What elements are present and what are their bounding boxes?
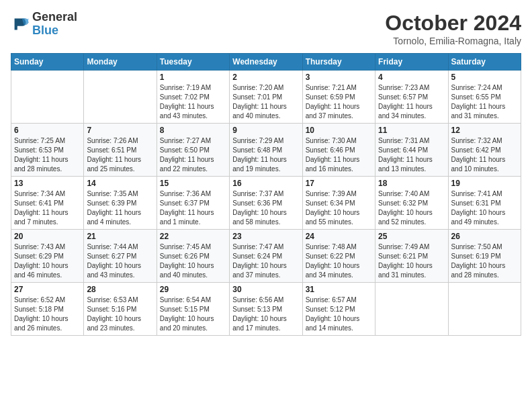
- week-row-3: 20Sunrise: 7:43 AM Sunset: 6:29 PM Dayli…: [11, 230, 521, 283]
- col-friday: Friday: [375, 54, 448, 71]
- day-number: 5: [451, 73, 518, 82]
- week-row-2: 13Sunrise: 7:34 AM Sunset: 6:41 PM Dayli…: [11, 177, 521, 230]
- table-cell: 29Sunrise: 6:54 AM Sunset: 5:15 PM Dayli…: [157, 283, 229, 336]
- page: General Blue October 2024 Tornolo, Emili…: [0, 0, 532, 411]
- day-number: 21: [87, 232, 153, 241]
- day-number: 28: [87, 285, 153, 294]
- table-cell: 2Sunrise: 7:20 AM Sunset: 7:01 PM Daylig…: [230, 71, 302, 124]
- week-row-4: 27Sunrise: 6:52 AM Sunset: 5:18 PM Dayli…: [11, 283, 521, 336]
- day-number: 27: [14, 285, 81, 294]
- table-cell: 5Sunrise: 7:24 AM Sunset: 6:55 PM Daylig…: [448, 71, 521, 124]
- day-info: Sunrise: 7:29 AM Sunset: 6:48 PM Dayligh…: [232, 136, 299, 174]
- logo: General Blue: [11, 11, 77, 38]
- table-cell: [448, 283, 521, 336]
- day-info: Sunrise: 6:53 AM Sunset: 5:16 PM Dayligh…: [87, 295, 153, 333]
- table-cell: 11Sunrise: 7:31 AM Sunset: 6:44 PM Dayli…: [375, 124, 448, 177]
- day-info: Sunrise: 6:57 AM Sunset: 5:12 PM Dayligh…: [306, 295, 372, 333]
- table-cell: 26Sunrise: 7:50 AM Sunset: 6:19 PM Dayli…: [448, 230, 521, 283]
- day-number: 12: [451, 126, 518, 135]
- main-title: October 2024: [385, 11, 521, 36]
- day-info: Sunrise: 7:24 AM Sunset: 6:55 PM Dayligh…: [451, 83, 518, 121]
- header: General Blue October 2024 Tornolo, Emili…: [11, 11, 521, 46]
- day-info: Sunrise: 7:27 AM Sunset: 6:50 PM Dayligh…: [160, 136, 226, 174]
- table-cell: 19Sunrise: 7:41 AM Sunset: 6:31 PM Dayli…: [448, 177, 521, 230]
- day-info: Sunrise: 7:25 AM Sunset: 6:53 PM Dayligh…: [14, 136, 81, 174]
- table-cell: 17Sunrise: 7:39 AM Sunset: 6:34 PM Dayli…: [302, 177, 375, 230]
- col-sunday: Sunday: [11, 54, 84, 71]
- day-info: Sunrise: 7:41 AM Sunset: 6:31 PM Dayligh…: [451, 189, 518, 227]
- table-cell: 12Sunrise: 7:32 AM Sunset: 6:42 PM Dayli…: [448, 124, 521, 177]
- day-info: Sunrise: 7:35 AM Sunset: 6:39 PM Dayligh…: [87, 189, 153, 227]
- day-info: Sunrise: 6:54 AM Sunset: 5:15 PM Dayligh…: [160, 295, 226, 333]
- table-cell: 23Sunrise: 7:47 AM Sunset: 6:24 PM Dayli…: [230, 230, 302, 283]
- table-cell: 25Sunrise: 7:49 AM Sunset: 6:21 PM Dayli…: [375, 230, 448, 283]
- table-cell: [11, 71, 84, 124]
- table-cell: 20Sunrise: 7:43 AM Sunset: 6:29 PM Dayli…: [11, 230, 84, 283]
- logo-line2: Blue: [32, 24, 77, 38]
- day-info: Sunrise: 7:32 AM Sunset: 6:42 PM Dayligh…: [451, 136, 518, 174]
- day-number: 25: [378, 232, 445, 241]
- table-cell: 6Sunrise: 7:25 AM Sunset: 6:53 PM Daylig…: [11, 124, 84, 177]
- day-info: Sunrise: 7:23 AM Sunset: 6:57 PM Dayligh…: [378, 83, 445, 121]
- day-number: 15: [160, 179, 226, 188]
- table-cell: 30Sunrise: 6:56 AM Sunset: 5:13 PM Dayli…: [230, 283, 302, 336]
- day-number: 16: [232, 179, 299, 188]
- day-number: 26: [451, 232, 518, 241]
- day-info: Sunrise: 7:43 AM Sunset: 6:29 PM Dayligh…: [14, 242, 81, 280]
- col-thursday: Thursday: [302, 54, 375, 71]
- day-number: 13: [14, 179, 81, 188]
- day-number: 8: [160, 126, 226, 135]
- logo-icon: [11, 15, 30, 34]
- day-info: Sunrise: 7:40 AM Sunset: 6:32 PM Dayligh…: [378, 189, 445, 227]
- day-number: 31: [306, 285, 372, 294]
- table-cell: 24Sunrise: 7:48 AM Sunset: 6:22 PM Dayli…: [302, 230, 375, 283]
- table-cell: 18Sunrise: 7:40 AM Sunset: 6:32 PM Dayli…: [375, 177, 448, 230]
- day-number: 19: [451, 179, 518, 188]
- day-number: 3: [306, 73, 372, 82]
- table-cell: 8Sunrise: 7:27 AM Sunset: 6:50 PM Daylig…: [157, 124, 229, 177]
- logo-text: General Blue: [32, 11, 77, 38]
- table-cell: 4Sunrise: 7:23 AM Sunset: 6:57 PM Daylig…: [375, 71, 448, 124]
- day-info: Sunrise: 7:37 AM Sunset: 6:36 PM Dayligh…: [232, 189, 299, 227]
- table-cell: 22Sunrise: 7:45 AM Sunset: 6:26 PM Dayli…: [157, 230, 229, 283]
- day-info: Sunrise: 7:50 AM Sunset: 6:19 PM Dayligh…: [451, 242, 518, 280]
- day-number: 9: [232, 126, 299, 135]
- day-info: Sunrise: 7:45 AM Sunset: 6:26 PM Dayligh…: [160, 242, 226, 280]
- table-cell: 9Sunrise: 7:29 AM Sunset: 6:48 PM Daylig…: [230, 124, 302, 177]
- table-cell: 13Sunrise: 7:34 AM Sunset: 6:41 PM Dayli…: [11, 177, 84, 230]
- day-info: Sunrise: 7:44 AM Sunset: 6:27 PM Dayligh…: [87, 242, 153, 280]
- col-tuesday: Tuesday: [157, 54, 229, 71]
- day-number: 20: [14, 232, 81, 241]
- table-cell: 15Sunrise: 7:36 AM Sunset: 6:37 PM Dayli…: [157, 177, 229, 230]
- table-cell: 7Sunrise: 7:26 AM Sunset: 6:51 PM Daylig…: [84, 124, 157, 177]
- table-cell: 14Sunrise: 7:35 AM Sunset: 6:39 PM Dayli…: [84, 177, 157, 230]
- day-number: 24: [306, 232, 372, 241]
- week-row-1: 6Sunrise: 7:25 AM Sunset: 6:53 PM Daylig…: [11, 124, 521, 177]
- table-cell: 10Sunrise: 7:30 AM Sunset: 6:46 PM Dayli…: [302, 124, 375, 177]
- day-info: Sunrise: 7:20 AM Sunset: 7:01 PM Dayligh…: [232, 83, 299, 121]
- day-info: Sunrise: 7:26 AM Sunset: 6:51 PM Dayligh…: [87, 136, 153, 174]
- day-info: Sunrise: 7:34 AM Sunset: 6:41 PM Dayligh…: [14, 189, 81, 227]
- day-number: 4: [378, 73, 445, 82]
- day-number: 6: [14, 126, 81, 135]
- day-number: 14: [87, 179, 153, 188]
- col-monday: Monday: [84, 54, 157, 71]
- week-row-0: 1Sunrise: 7:19 AM Sunset: 7:02 PM Daylig…: [11, 71, 521, 124]
- day-info: Sunrise: 7:47 AM Sunset: 6:24 PM Dayligh…: [232, 242, 299, 280]
- table-cell: 21Sunrise: 7:44 AM Sunset: 6:27 PM Dayli…: [84, 230, 157, 283]
- calendar-header-row: Sunday Monday Tuesday Wednesday Thursday…: [11, 54, 521, 71]
- day-number: 17: [306, 179, 372, 188]
- logo-line1: General: [32, 11, 77, 24]
- subtitle: Tornolo, Emilia-Romagna, Italy: [385, 36, 521, 46]
- day-info: Sunrise: 7:30 AM Sunset: 6:46 PM Dayligh…: [306, 136, 372, 174]
- day-number: 1: [160, 73, 226, 82]
- day-number: 2: [232, 73, 299, 82]
- table-cell: [375, 283, 448, 336]
- day-info: Sunrise: 7:21 AM Sunset: 6:59 PM Dayligh…: [306, 83, 372, 121]
- day-info: Sunrise: 7:19 AM Sunset: 7:02 PM Dayligh…: [160, 83, 226, 121]
- table-cell: 16Sunrise: 7:37 AM Sunset: 6:36 PM Dayli…: [230, 177, 302, 230]
- title-block: October 2024 Tornolo, Emilia-Romagna, It…: [385, 11, 521, 46]
- day-info: Sunrise: 7:31 AM Sunset: 6:44 PM Dayligh…: [378, 136, 445, 174]
- day-number: 11: [378, 126, 445, 135]
- table-cell: 28Sunrise: 6:53 AM Sunset: 5:16 PM Dayli…: [84, 283, 157, 336]
